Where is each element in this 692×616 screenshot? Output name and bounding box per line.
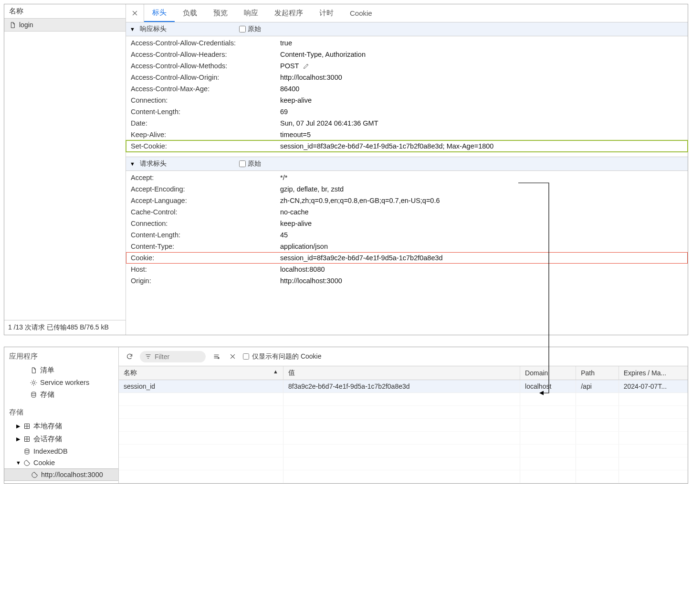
request-name: login bbox=[19, 21, 33, 29]
network-tabs: 标头负载预览响应发起程序计时Cookie bbox=[126, 4, 688, 22]
tab-payload[interactable]: 负载 bbox=[175, 4, 205, 22]
sidebar-item-清单[interactable]: 清单 bbox=[4, 364, 118, 377]
request-header-row[interactable]: Content-Type:application/json bbox=[126, 241, 688, 252]
sidebar-item-存储[interactable]: 存储 bbox=[4, 388, 118, 401]
header-value: session_id=8f3a9c2e-b6d7-4e1f-9d5a-1c7b2… bbox=[280, 142, 688, 150]
header-value: 45 bbox=[280, 231, 688, 239]
response-header-row[interactable]: Access-Control-Allow-Credentials:true bbox=[126, 37, 688, 49]
header-name: Content-Length: bbox=[131, 108, 280, 116]
sidebar-group-storage: 存储 bbox=[4, 405, 118, 420]
tab-initiator[interactable]: 发起程序 bbox=[266, 4, 311, 22]
response-header-row[interactable]: Connection:keep-alive bbox=[126, 95, 688, 106]
header-value: no-cache bbox=[280, 208, 688, 216]
file-icon bbox=[30, 367, 37, 374]
sidebar-item-cookie-origin[interactable]: http://localhost:3000 bbox=[4, 468, 118, 481]
response-header-row[interactable]: Access-Control-Allow-Headers:Content-Typ… bbox=[126, 49, 688, 60]
request-header-row[interactable]: Accept-Encoding:gzip, deflate, br, zstd bbox=[126, 183, 688, 195]
disclosure-triangle-icon: ▶ bbox=[16, 423, 21, 429]
header-value: */* bbox=[280, 174, 688, 181]
cookie-column-header[interactable]: 值 bbox=[283, 366, 520, 380]
cookie-cell: localhost bbox=[520, 380, 576, 393]
header-name: Keep-Alive: bbox=[131, 131, 280, 138]
cookie-cell: /api bbox=[576, 380, 619, 393]
request-header-row[interactable]: Accept:*/* bbox=[126, 172, 688, 183]
sidebar-item-Cookie[interactable]: ▼Cookie bbox=[4, 457, 118, 468]
request-header-row[interactable]: Cache-Control:no-cache bbox=[126, 206, 688, 218]
cookie-row[interactable]: session_id8f3a9c2e-b6d7-4e1f-9d5a-1c7b2f… bbox=[119, 380, 688, 393]
response-header-row[interactable]: Set-Cookie:session_id=8f3a9c2e-b6d7-4e1f… bbox=[126, 140, 688, 152]
sidebar-item-Service workers[interactable]: Service workers bbox=[4, 377, 118, 388]
raw-checkbox-input[interactable] bbox=[239, 26, 246, 32]
cookie-column-header[interactable]: Path bbox=[576, 366, 619, 380]
cookie-row-empty bbox=[119, 419, 688, 432]
application-panel: 应用程序 清单Service workers存储 存储 ▶本地存储▶会话存储In… bbox=[4, 347, 688, 484]
cookies-toolbar: 仅显示有问题的 Cookie bbox=[119, 347, 688, 366]
response-header-row[interactable]: Content-Length:69 bbox=[126, 106, 688, 117]
tab-response[interactable]: 响应 bbox=[236, 4, 266, 22]
network-status-bar: 1 /13 次请求 已传输485 B/76.5 kB bbox=[4, 320, 126, 335]
request-header-row[interactable]: Connection:keep-alive bbox=[126, 218, 688, 229]
request-headers-section[interactable]: ▼ 请求标头 原始 bbox=[126, 157, 688, 171]
tab-preview[interactable]: 预览 bbox=[205, 4, 236, 22]
sidebar-item-本地存储[interactable]: ▶本地存储 bbox=[4, 420, 118, 433]
request-header-row[interactable]: Host:localhost:8080 bbox=[126, 264, 688, 275]
tab-cookies[interactable]: Cookie bbox=[342, 4, 380, 22]
refresh-button[interactable] bbox=[124, 351, 135, 362]
response-header-row[interactable]: Access-Control-Allow-Methods:POST bbox=[126, 60, 688, 72]
close-button[interactable] bbox=[126, 4, 144, 22]
edit-icon[interactable] bbox=[303, 63, 310, 70]
header-name: Accept: bbox=[131, 174, 280, 181]
request-header-row[interactable]: Cookie:session_id=8f3a9c2e-b6d7-4e1f-9d5… bbox=[126, 252, 688, 264]
response-header-row[interactable]: Access-Control-Allow-Origin:http://local… bbox=[126, 72, 688, 83]
sidebar-group-application: 应用程序 bbox=[4, 349, 118, 364]
sidebar-item-label: 本地存储 bbox=[33, 422, 62, 431]
cookies-view: 仅显示有问题的 Cookie 名称▲值DomainPathExpires / M… bbox=[119, 347, 688, 483]
filter-icon bbox=[145, 353, 152, 360]
header-value: localhost:8080 bbox=[280, 266, 688, 273]
disclosure-triangle-icon: ▼ bbox=[130, 26, 135, 32]
response-header-row[interactable]: Access-Control-Max-Age:86400 bbox=[126, 83, 688, 95]
filter-input[interactable] bbox=[155, 353, 193, 361]
sidebar-item-IndexedDB[interactable]: IndexedDB bbox=[4, 446, 118, 457]
cookie-column-header[interactable]: 名称▲ bbox=[119, 366, 283, 380]
cookie-column-header[interactable]: Expires / Ma... bbox=[619, 366, 688, 380]
request-header-row[interactable]: Origin:http://localhost:3000 bbox=[126, 275, 688, 287]
request-header-row[interactable]: Accept-Language:zh-CN,zh;q=0.9,en;q=0.8,… bbox=[126, 195, 688, 206]
problem-cookies-checkbox[interactable]: 仅显示有问题的 Cookie bbox=[243, 352, 321, 361]
request-header-row[interactable]: Content-Length:45 bbox=[126, 229, 688, 241]
tab-headers[interactable]: 标头 bbox=[144, 4, 175, 22]
clear-all-button[interactable] bbox=[210, 351, 222, 362]
cookie-icon bbox=[23, 459, 31, 467]
header-value: POST bbox=[280, 62, 688, 70]
cookie-cell: 8f3a9c2e-b6d7-4e1f-9d5a-1c7b2f0a8e3d bbox=[283, 380, 520, 393]
cookie-column-header[interactable]: Domain bbox=[520, 366, 576, 380]
cookie-cell: session_id bbox=[119, 380, 283, 393]
delete-button[interactable] bbox=[227, 351, 238, 362]
cookie-icon bbox=[31, 471, 38, 478]
request-headers-list: Accept:*/*Accept-Encoding:gzip, deflate,… bbox=[126, 171, 688, 287]
grid-icon bbox=[23, 423, 31, 430]
header-value: gzip, deflate, br, zstd bbox=[280, 185, 688, 193]
header-value: Sun, 07 Jul 2024 06:41:36 GMT bbox=[280, 119, 688, 127]
raw-checkbox-input[interactable] bbox=[239, 160, 246, 167]
response-header-row[interactable]: Date:Sun, 07 Jul 2024 06:41:36 GMT bbox=[126, 117, 688, 129]
raw-checkbox[interactable]: 原始 bbox=[239, 25, 261, 33]
response-headers-section[interactable]: ▼ 响应标头 原始 bbox=[126, 22, 688, 36]
raw-checkbox[interactable]: 原始 bbox=[239, 159, 261, 168]
cookie-table-header-row: 名称▲值DomainPathExpires / Ma... bbox=[119, 366, 688, 380]
response-header-row[interactable]: Keep-Alive:timeout=5 bbox=[126, 129, 688, 140]
sidebar-item-label: Cookie bbox=[33, 459, 55, 467]
header-value: 86400 bbox=[280, 85, 688, 93]
filter-input-wrapper[interactable] bbox=[140, 351, 206, 362]
close-icon bbox=[131, 10, 138, 17]
tab-timing[interactable]: 计时 bbox=[311, 4, 342, 22]
sidebar-item-会话存储[interactable]: ▶会话存储 bbox=[4, 433, 118, 446]
header-value: Content-Type, Authorization bbox=[280, 51, 688, 58]
sidebar-item-label: IndexedDB bbox=[33, 447, 68, 455]
disclosure-triangle-icon: ▼ bbox=[16, 460, 21, 466]
cookie-row-empty bbox=[119, 470, 688, 483]
cookie-table[interactable]: 名称▲值DomainPathExpires / Ma... session_id… bbox=[119, 366, 688, 483]
network-request-item[interactable]: login bbox=[4, 19, 126, 32]
refresh-icon bbox=[126, 353, 133, 360]
application-sidebar: 应用程序 清单Service workers存储 存储 ▶本地存储▶会话存储In… bbox=[4, 347, 119, 483]
